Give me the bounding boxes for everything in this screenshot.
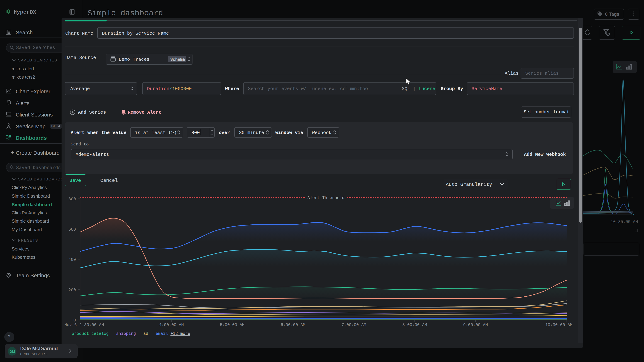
svg-text:9:00:00 AM: 9:00:00 AM [463,323,488,327]
svg-text:8:00:00 AM: 8:00:00 AM [402,323,427,327]
svg-text:200: 200 [68,288,76,293]
svg-text:4:00:00 AM: 4:00:00 AM [159,323,184,327]
svg-text:6:00:00 AM: 6:00:00 AM [281,323,305,327]
svg-text:0: 0 [73,318,76,323]
svg-text:800: 800 [68,197,76,201]
svg-text:5:00:00 AM: 5:00:00 AM [220,323,244,327]
svg-text:10:30:00 AM: 10:30:00 AM [545,323,572,327]
svg-text:600: 600 [68,227,76,232]
svg-text:7:00:00 AM: 7:00:00 AM [342,323,366,327]
svg-text:Alert Threshold: Alert Threshold [307,196,344,200]
svg-text:400: 400 [68,257,76,262]
svg-text:Nov 6 2:30:00 AM: Nov 6 2:30:00 AM [64,323,104,327]
svg-text:10:35:00 AM: 10:35:00 AM [611,220,638,224]
